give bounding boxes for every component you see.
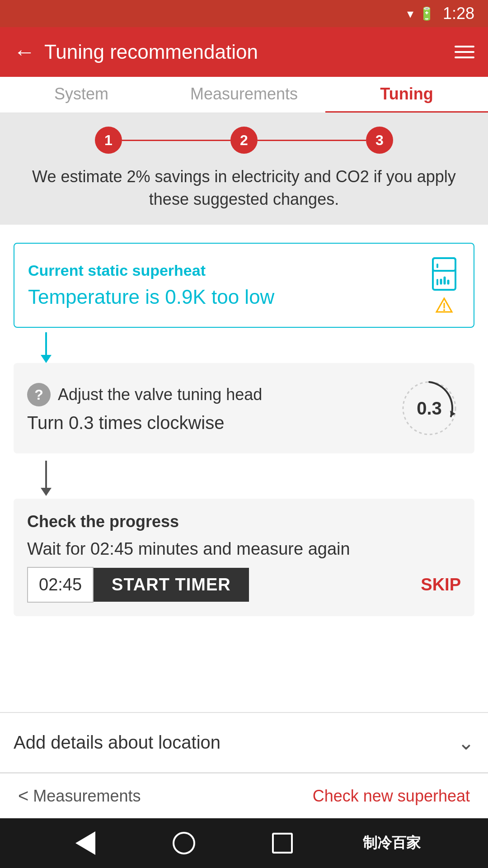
system-recents-button[interactable] — [264, 825, 300, 861]
rotation-value: 0.3 — [417, 398, 442, 418]
app-header: ← Tuning recommendation — [0, 27, 488, 77]
svg-rect-1 — [433, 258, 455, 271]
menu-button[interactable] — [455, 46, 474, 58]
chevron-down-icon: ⌄ — [458, 731, 474, 754]
svg-rect-0 — [433, 258, 455, 290]
back-nav-icon: < — [18, 786, 28, 806]
warning-icon — [435, 297, 453, 313]
tab-bar: System Measurements Tuning — [0, 77, 488, 113]
timer-row: 02:45 START TIMER SKIP — [27, 567, 461, 603]
fridge-icon — [428, 257, 460, 293]
back-nav-label: Measurements — [33, 787, 141, 806]
menu-line-3 — [455, 57, 474, 58]
system-home-button[interactable] — [166, 825, 202, 861]
wechat-logo: 制冷百家 — [363, 833, 421, 853]
battery-icon: 🔋 — [419, 6, 435, 21]
location-section[interactable]: Add details about location ⌄ — [0, 712, 488, 773]
help-icon: ? — [27, 383, 51, 406]
location-label: Add details about location — [14, 732, 221, 753]
arrow-down-2 — [41, 461, 52, 496]
back-nav-button[interactable]: < Measurements — [18, 786, 141, 806]
svg-point-8 — [443, 309, 445, 311]
arrow-connector-1 — [14, 332, 474, 363]
valve-card: ? Adjust the valve tuning head Turn 0.3 … — [14, 363, 474, 453]
superheat-label: Current static superheat — [28, 262, 274, 279]
step-1: 1 — [95, 127, 122, 154]
system-back-button[interactable] — [67, 825, 103, 861]
superheat-icons — [428, 257, 460, 313]
arrow-stem-1 — [45, 332, 47, 355]
tab-tuning[interactable]: Tuning — [325, 77, 488, 113]
back-triangle-icon — [75, 831, 95, 855]
menu-line-1 — [455, 46, 474, 47]
valve-instruction: Turn 0.3 times clockwise — [27, 413, 262, 433]
main-content: Current static superheat Temperature is … — [0, 225, 488, 712]
arrow-head-1 — [41, 355, 52, 363]
superheat-card: Current static superheat Temperature is … — [14, 243, 474, 328]
start-timer-button[interactable]: START TIMER — [94, 568, 249, 602]
status-bar: ▾ 🔋 1:28 — [0, 0, 488, 27]
rotation-indicator: 0.3 — [398, 377, 461, 440]
superheat-value: Temperature is 0.9K too low — [28, 286, 274, 308]
step-2: 2 — [230, 127, 258, 154]
superheat-text: Current static superheat Temperature is … — [28, 262, 274, 308]
progress-title: Check the progress — [27, 512, 461, 531]
status-time: 1:28 — [443, 4, 474, 23]
step-area: 1 2 3 We estimate 2% savings in electric… — [0, 113, 488, 225]
valve-left: ? Adjust the valve tuning head Turn 0.3 … — [27, 383, 262, 433]
arrow-stem-2 — [45, 461, 47, 488]
timer-display: 02:45 — [27, 567, 94, 603]
forward-nav-button[interactable]: Check new superheat — [313, 787, 470, 806]
savings-text: We estimate 2% savings in electricity an… — [18, 165, 470, 211]
step-row: 1 2 3 — [18, 127, 470, 154]
step-3: 3 — [366, 127, 393, 154]
progress-instruction: Wait for 02:45 minutes and measure again — [27, 539, 461, 559]
status-icons: ▾ 🔋 — [407, 6, 435, 21]
step-line-1 — [122, 140, 230, 141]
valve-header: ? Adjust the valve tuning head — [27, 383, 262, 406]
header-title: Tuning recommendation — [44, 41, 446, 63]
system-nav-bar: 制冷百家 — [0, 818, 488, 868]
step-line-2 — [258, 140, 366, 141]
menu-line-2 — [455, 51, 474, 53]
tab-measurements[interactable]: Measurements — [163, 77, 325, 113]
home-circle-icon — [173, 832, 195, 854]
recents-square-icon — [272, 833, 293, 854]
arrow-connector-2 — [14, 461, 474, 496]
arrow-down-1 — [41, 332, 52, 363]
wifi-icon: ▾ — [407, 6, 413, 21]
bottom-nav: < Measurements Check new superheat — [0, 773, 488, 818]
skip-button[interactable]: SKIP — [421, 575, 461, 594]
tab-system[interactable]: System — [0, 77, 163, 113]
back-button[interactable]: ← — [14, 41, 35, 63]
valve-title: Adjust the valve tuning head — [58, 385, 262, 404]
arrow-head-2 — [41, 488, 52, 496]
progress-card: Check the progress Wait for 02:45 minute… — [14, 499, 474, 616]
